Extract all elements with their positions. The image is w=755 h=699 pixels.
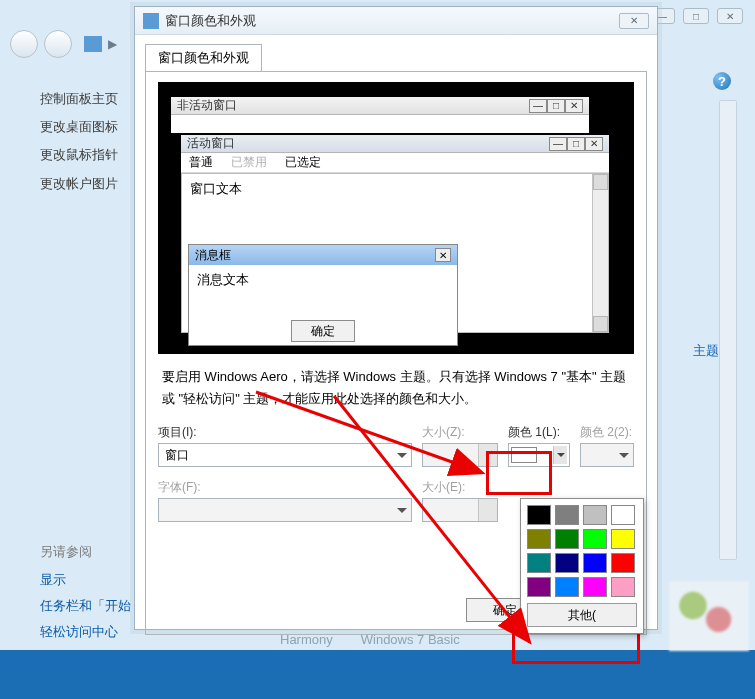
color-cell[interactable] — [555, 577, 579, 597]
right-scrollbar[interactable] — [719, 100, 737, 560]
color-cell[interactable] — [555, 529, 579, 549]
preview-inactive-window: 非活动窗口 — □ ✕ — [170, 96, 590, 134]
sidebar-seealso-label: 另请参阅 — [40, 543, 140, 561]
preview-area: 非活动窗口 — □ ✕ 活动窗口 — □ ✕ — [158, 82, 634, 354]
preview-close-icon: ✕ — [585, 137, 603, 151]
back-nav-circle[interactable] — [10, 30, 38, 58]
color-cell[interactable] — [583, 553, 607, 573]
color-cell[interactable] — [611, 505, 635, 525]
preview-msgbox-text: 消息文本 — [189, 265, 457, 295]
item-combo-value: 窗口 — [165, 447, 189, 464]
label-size-e: 大小(E): — [422, 479, 498, 496]
sidebar-link-mouse-pointer[interactable]: 更改鼠标指针 — [40, 146, 140, 164]
color-cell[interactable] — [611, 553, 635, 573]
color-cell[interactable] — [611, 577, 635, 597]
preview-max-icon: □ — [567, 137, 585, 151]
preview-max-icon: □ — [547, 99, 565, 113]
cutoff-theme-link[interactable]: 主题 — [693, 342, 719, 360]
preview-close-icon: ✕ — [565, 99, 583, 113]
color-cell[interactable] — [527, 529, 551, 549]
color-cell[interactable] — [527, 577, 551, 597]
size-z-spin — [422, 443, 498, 467]
annotation-box-other — [512, 630, 640, 664]
dialog-title: 窗口颜色和外观 — [165, 12, 256, 30]
color-cell[interactable] — [611, 529, 635, 549]
preview-window-text: 窗口文本 — [190, 180, 242, 198]
preview-active-window: 活动窗口 — □ ✕ 普通 已禁用 已选定 窗口文本 — [180, 134, 610, 334]
color1-button[interactable] — [508, 443, 570, 467]
label-color2: 颜色 2(2): — [580, 424, 634, 441]
other-colors-button[interactable]: 其他( — [527, 603, 637, 627]
preview-min-icon: — — [549, 137, 567, 151]
preview-active-title: 活动窗口 — [187, 135, 235, 152]
color-cell[interactable] — [555, 553, 579, 573]
color2-button — [580, 443, 634, 467]
dialog-close-button[interactable]: ✕ — [619, 13, 649, 29]
label-size-z: 大小(Z): — [422, 424, 498, 441]
bg-nav: ▶ — [10, 30, 117, 58]
preview-menu-selected: 已选定 — [285, 154, 321, 171]
bg-maximize-button[interactable]: □ — [683, 8, 709, 24]
sidebar: 控制面板主页 更改桌面图标 更改鼠标指针 更改帐户图片 另请参阅 显示 任务栏和… — [40, 90, 140, 650]
bg-close-button[interactable]: ✕ — [717, 8, 743, 24]
label-color1: 颜色 1(L): — [508, 424, 570, 441]
preview-menu-disabled: 已禁用 — [231, 154, 267, 171]
preview-body: 窗口文本 消息框 ✕ 消息文本 确定 — [181, 173, 609, 333]
forward-nav-circle[interactable] — [44, 30, 72, 58]
breadcrumb-arrow-icon: ▶ — [108, 37, 117, 51]
preview-menu-normal: 普通 — [189, 154, 213, 171]
font-combo — [158, 498, 412, 522]
preview-min-icon: — — [529, 99, 547, 113]
label-font: 字体(F): — [158, 479, 412, 496]
color-cell[interactable] — [583, 577, 607, 597]
color-cell[interactable] — [527, 505, 551, 525]
tab-color-appearance[interactable]: 窗口颜色和外观 — [145, 44, 262, 72]
sidebar-link-desktop-icons[interactable]: 更改桌面图标 — [40, 118, 140, 136]
preview-msgbox-ok: 确定 — [291, 320, 355, 342]
label-item: 项目(I): — [158, 424, 412, 441]
sidebar-link-display[interactable]: 显示 — [40, 571, 140, 589]
size-e-spin — [422, 498, 498, 522]
sidebar-link-cp-home[interactable]: 控制面板主页 — [40, 90, 140, 108]
color1-dropdown-icon — [553, 446, 567, 464]
sidebar-link-account-pic[interactable]: 更改帐户图片 — [40, 175, 140, 193]
dialog-titlebar: 窗口颜色和外观 ✕ — [135, 7, 657, 35]
item-combo[interactable]: 窗口 — [158, 443, 412, 467]
preview-scrollbar — [592, 174, 608, 332]
preview-inactive-title: 非活动窗口 — [177, 97, 237, 114]
color-grid — [527, 505, 637, 597]
description-text: 要启用 Windows Aero，请选择 Windows 主题。只有选择 Win… — [162, 366, 630, 410]
color-cell[interactable] — [583, 529, 607, 549]
preview-msgbox: 消息框 ✕ 消息文本 确定 — [188, 244, 458, 346]
cp-icon — [84, 36, 102, 52]
bg-window-buttons: — □ ✕ — [649, 8, 743, 24]
color-picker-popup: 其他( — [520, 498, 644, 634]
preview-msgbox-title: 消息框 — [195, 247, 231, 264]
sidebar-link-ease-of-access[interactable]: 轻松访问中心 — [40, 623, 140, 641]
preview-msgbox-close-icon: ✕ — [435, 248, 451, 262]
help-icon[interactable]: ? — [713, 72, 731, 90]
preview-menu: 普通 已禁用 已选定 — [181, 153, 609, 173]
color-cell[interactable] — [583, 505, 607, 525]
color-cell[interactable] — [527, 553, 551, 573]
color1-swatch — [511, 447, 537, 463]
dialog-icon — [143, 13, 159, 29]
sidebar-link-taskbar[interactable]: 任务栏和「开始 — [40, 597, 140, 615]
decorative-blur — [669, 581, 749, 651]
color-cell[interactable] — [555, 505, 579, 525]
